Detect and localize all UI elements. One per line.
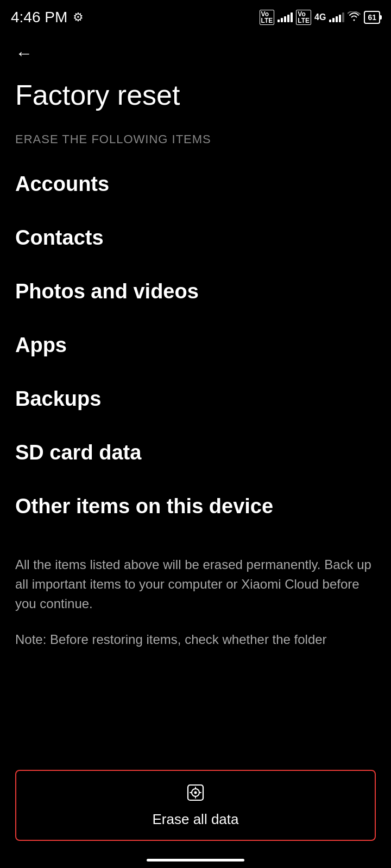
disclaimer-text: All the items listed above will be erase… [0, 533, 391, 624]
erase-items-list: Accounts Contacts Photos and videos Apps… [0, 157, 391, 533]
home-indicator [147, 859, 244, 861]
svg-point-2 [194, 792, 197, 794]
status-icons-group: VoLTE VoLTE 4G [260, 10, 380, 25]
gear-icon: ⚙ [73, 10, 84, 24]
bottom-button-area: Erase all data [0, 770, 391, 841]
volte-badge-1: VoLTE [260, 10, 275, 25]
wifi-icon [348, 11, 361, 24]
status-bar: 4:46 PM ⚙ VoLTE VoLTE 4G [0, 0, 391, 33]
volte-badge-2: VoLTE [296, 10, 311, 25]
signal-bars-1 [278, 12, 293, 22]
erase-all-button[interactable]: Erase all data [15, 770, 376, 841]
erase-item-backups: Backups [15, 372, 376, 426]
erase-data-icon [186, 783, 205, 807]
erase-item-accounts: Accounts [15, 157, 376, 211]
back-arrow-icon: ← [15, 43, 33, 63]
erase-button-label: Erase all data [153, 811, 239, 828]
note-text: Note: Before restoring items, check whet… [0, 624, 391, 655]
back-button[interactable]: ← [0, 33, 391, 69]
time-display: 4:46 PM [11, 9, 67, 26]
erase-item-apps: Apps [15, 318, 376, 372]
erase-item-sd-card: SD card data [15, 426, 376, 480]
section-header: ERASE THE FOLLOWING ITEMS [0, 127, 391, 157]
status-time-group: 4:46 PM ⚙ [11, 9, 84, 26]
erase-item-contacts: Contacts [15, 211, 376, 265]
battery-indicator: 61 [364, 11, 380, 24]
battery-level: 61 [368, 13, 376, 22]
page-title: Factory reset [0, 69, 391, 127]
signal-bars-2 [329, 12, 344, 22]
4g-badge: 4G [314, 12, 326, 22]
erase-item-other: Other items on this device [15, 480, 376, 533]
erase-item-photos-videos: Photos and videos [15, 265, 376, 318]
